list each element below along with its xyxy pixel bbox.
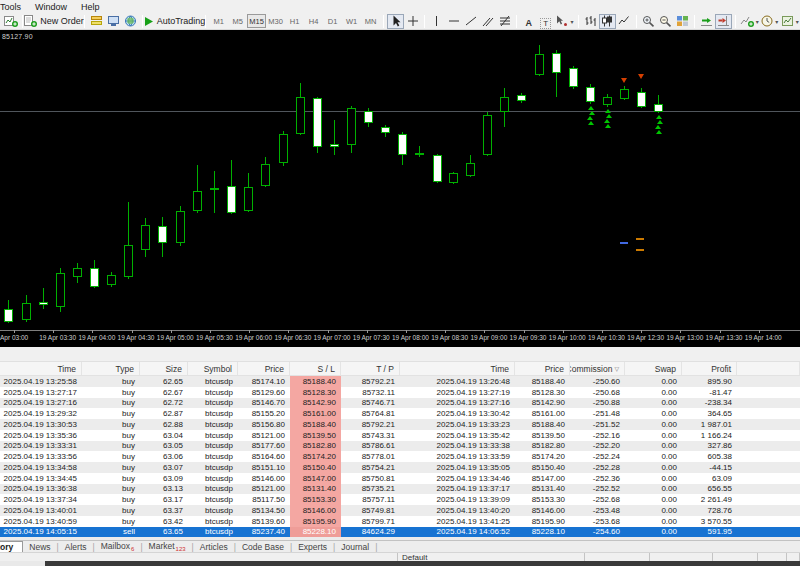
templates-button[interactable]: ▾ [780,14,800,29]
tab-journal[interactable]: Journal [335,542,375,552]
candle-body [364,111,373,123]
new-chart-button[interactable] [2,14,19,29]
zoom-out-button[interactable] [657,14,674,29]
column-header-price[interactable]: Price [515,362,570,375]
time-axis-label: 19 Apr 09:30 [510,334,547,341]
chevron-down-icon: ▾ [570,18,573,25]
table-cell-filler [737,527,800,538]
chart-area[interactable]: 85127.90 Apr 03:0019 Apr 03:3019 Apr 04:… [0,30,800,347]
tab-history[interactable]: History [0,541,23,553]
table-cell: 85128.30 [290,387,341,398]
table-row[interactable]: 2025.04.19 13:33:31buy63.05btcusdp85177.… [0,441,800,452]
buy-arrow-icon [657,120,663,124]
timeframe-d1-button[interactable]: D1 [323,14,342,28]
market-depth-button[interactable] [88,14,105,29]
table-row[interactable]: 2025.04.19 13:40:59buy63.42btcusdp85139.… [0,516,800,527]
timeframe-m1-button[interactable]: M1 [209,14,228,28]
timeframe-w1-button[interactable]: W1 [342,14,361,28]
table-row[interactable]: 2025.04.19 13:27:17buy62.67btcusdp85129.… [0,387,800,398]
status-profile-segment: Default [398,553,585,561]
column-header-symbol[interactable]: Symbol [188,362,238,375]
timeframe-m5-button[interactable]: M5 [228,14,247,28]
crosshair-button[interactable] [404,14,421,29]
column-header-type[interactable]: Type [82,362,140,375]
table-cell: 62.88 [140,419,188,430]
column-header-swap[interactable]: Swap [625,362,682,375]
equidistant-channel-button[interactable] [479,14,496,29]
column-header-time[interactable]: Time [0,362,82,375]
tab-articles[interactable]: Articles [194,542,234,552]
column-header-price[interactable]: Price [238,362,290,375]
menu-item-tools[interactable]: Tools [0,2,28,12]
timeframe-m30-button[interactable]: M30 [266,14,285,28]
table-row[interactable]: 2025.04.19 13:30:53buy62.88btcusdp85156.… [0,419,800,430]
vertical-line-button[interactable] [428,14,445,29]
auto-scroll-button[interactable] [698,14,715,29]
column-header-sl[interactable]: S / L [290,362,341,375]
column-header-time[interactable]: Time [400,362,515,375]
chart-shift-button[interactable] [715,14,732,29]
text-button[interactable]: A [520,14,537,29]
line-chart-button[interactable] [616,14,633,29]
table-row[interactable]: 2025.04.19 13:27:16buy62.72btcusdp85146.… [0,398,800,409]
autotrading-icon [143,16,154,27]
column-header-label: Price [545,364,564,374]
table-cell: 0.00 [625,408,682,419]
fibonacci-button[interactable] [496,14,513,29]
timeframe-mn-button[interactable]: MN [361,14,380,28]
terminal-button[interactable] [105,14,122,29]
column-header-profit[interactable]: Profit [682,362,737,375]
table-cell: buy [82,451,140,462]
timeframe-h4-button[interactable]: H4 [304,14,323,28]
timeframe-h1-button[interactable]: H1 [285,14,304,28]
buy-arrow-icon [605,109,611,113]
chevron-down-icon: ▾ [756,18,759,25]
horizontal-line-button[interactable] [445,14,462,29]
tab-experts[interactable]: Experts [292,542,333,552]
tab-mailbox[interactable]: Mailbox6 [95,541,141,552]
column-header-size[interactable]: Size [140,362,188,375]
candle-wick [334,120,335,155]
table-row[interactable]: 2025.04.19 13:25:58buy62.65btcusdp85174.… [0,376,800,387]
candle-wick [43,288,44,309]
buy-arrow-icon [605,124,611,128]
tile-windows-button[interactable] [674,14,691,29]
tab-alerts[interactable]: Alerts [59,542,93,552]
community-button[interactable] [122,14,139,29]
tab-code-base[interactable]: Code Base [236,542,290,552]
new-order-button[interactable]: New Order [26,14,81,29]
table-row[interactable]: 2025.04.19 13:35:36buy63.04btcusdp85121.… [0,430,800,441]
tab-market[interactable]: Market123 [143,541,192,552]
indicators-button[interactable]: ▾ [739,14,760,29]
timeframe-m15-button[interactable]: M15 [247,14,266,28]
periods-button[interactable]: ▾ [760,14,780,29]
arrows-button[interactable]: ▾ [554,14,574,29]
tab-news[interactable]: News [23,542,56,552]
candlestick-chart-button[interactable] [599,14,616,29]
column-header-tp[interactable]: T / P [341,362,400,375]
table-row[interactable]: 2025.04.19 13:36:38buy63.13btcusdp85121.… [0,484,800,495]
column-header-label: Type [116,364,134,374]
zoom-in-button[interactable] [640,14,657,29]
time-axis-label: 19 Apr 05:00 [157,334,194,341]
trendline-button[interactable] [462,14,479,29]
menu-item-window[interactable]: Window [28,2,74,12]
cursor-button[interactable] [387,14,404,29]
table-row[interactable]: 2025.04.19 13:34:58buy63.07btcusdp85151.… [0,462,800,473]
status-bar: Default [0,552,800,561]
table-cell: buy [82,398,140,409]
text-label-button[interactable]: T [537,14,554,29]
table-cell: 0.00 [625,430,682,441]
table-row[interactable]: 2025.04.19 13:37:34buy63.17btcusdp85117.… [0,494,800,505]
table-cell: 0.00 [625,419,682,430]
table-row[interactable]: 2025.04.19 13:40:01buy63.37btcusdp85134.… [0,505,800,516]
table-row[interactable]: 2025.04.19 13:34:45buy63.09btcusdp85146.… [0,473,800,484]
autotrading-button[interactable]: AutoTrading [146,14,202,29]
table-row[interactable]: 2025.04.19 13:29:32buy62.87btcusdp85155.… [0,408,800,419]
column-header-commission[interactable]: Commission▽ [570,362,625,375]
menu-item-help[interactable]: Help [74,2,107,12]
table-row[interactable]: 2025.04.19 14:05:15sell63.65btcusdp85237… [0,527,800,538]
table-cell: sell [82,527,140,538]
table-row[interactable]: 2025.04.19 13:33:56buy63.06btcusdp85164.… [0,451,800,462]
bar-chart-button[interactable] [582,14,599,29]
